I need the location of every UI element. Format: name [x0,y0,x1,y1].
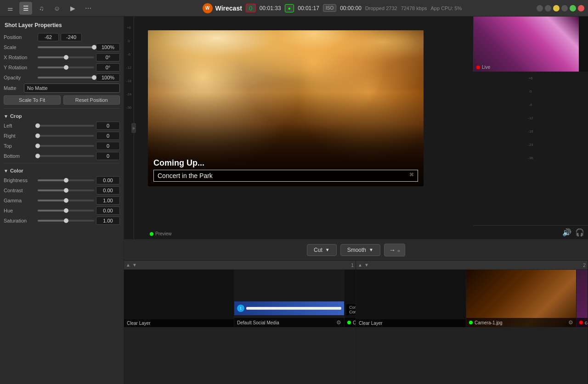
collapse-panel-btn[interactable]: » [131,123,136,133]
layer2-shots-row: Clear Layer Camera-1.jpg ⚙ [356,270,588,384]
crop-arrow-icon: ▼ [4,114,8,119]
scale-to-fit-button[interactable]: Scale To Fit [4,95,61,105]
sliders-icon[interactable]: ☰ [19,2,32,15]
color-title: Color [10,168,23,173]
matte-label: Matte [4,85,22,91]
crop-left-slider[interactable] [38,125,94,127]
speaker-icon[interactable]: 🔊 [562,228,571,237]
vu-mark-6b: -6 [127,52,130,56]
separator-2 [4,163,120,163]
dot-inactive-1[interactable] [537,5,543,11]
position-y-input[interactable] [61,33,82,41]
headphone-icon[interactable]: 🎧 [575,228,584,237]
layer1-clear-shot[interactable]: Clear Layer [124,270,234,327]
transport-bar: Cut ▼ Smooth ▼ → ○ [124,239,588,260]
layer1-social-settings-icon[interactable]: ⚙ [336,319,341,326]
media-icon[interactable]: ▶ [66,2,79,15]
crop-right-slider[interactable] [38,135,94,137]
cut-btn[interactable]: Cut ▼ [307,244,337,256]
crop-bottom-label: Bottom [4,153,36,159]
layer1-up-arrow-icon[interactable]: ▲ [126,262,130,267]
layer2-camera2-shot[interactable]: camera-2 copy.jpg ⚙ [577,270,588,327]
preview-canvas: Coming Up... Concert in the Park ⌘ Previ… [134,17,473,239]
contrast-slider[interactable] [38,189,94,191]
opacity-value: 100% [96,73,120,82]
layer1-social-label: Default Social Media ⚙ [234,318,344,327]
live-label: Live [476,65,490,70]
contrast-line2: Concert in the Park [349,310,356,314]
dot-inactive-3[interactable] [561,5,568,11]
concert-coming-up: Coming Up... [153,158,418,168]
preview-dot [150,232,153,236]
go-live-arrow-icon: → [389,246,396,254]
y-rotation-slider[interactable] [38,67,94,68]
brightness-slider[interactable] [38,179,94,181]
dot-inactive-2[interactable] [545,5,551,11]
hue-slider[interactable] [38,210,94,211]
center-area: +6 0 -6 -12 -18 -24 -36 Coming Up... [124,17,588,384]
layer2-down-arrow-icon[interactable]: ▼ [364,262,369,267]
hue-row: Hue 0.00 [0,206,124,216]
maximize-btn[interactable] [570,5,576,11]
layer1-social-shot[interactable]: t Default Social Media ⚙ [234,270,345,327]
more-icon[interactable]: ⋯ [82,2,95,15]
crop-right-row: Right 0 [0,131,124,141]
smooth-btn[interactable]: Smooth ▼ [340,244,380,256]
hue-label: Hue [4,208,36,213]
cut-label: Cut [314,247,322,253]
contrast-value: 0.00 [96,186,120,195]
network-status: 〈〉 [246,4,256,12]
topbar-right [537,5,584,11]
layer1-clear-text: Clear Layer [127,321,151,326]
crop-bottom-slider[interactable] [38,155,94,157]
preview-area: +6 0 -6 -12 -18 -24 -36 Coming Up... [124,17,588,239]
record-btn[interactable]: ● [285,4,294,12]
layer2-camera1-label: Camera-1.jpg ⚙ [466,318,576,327]
vu-mark-36: -36 [126,106,132,110]
vu-right-6b: -6 [529,103,532,107]
matte-select[interactable]: No Matte Alpha Luma [24,83,120,93]
timer3: 00:00:00 [340,5,362,11]
scale-slider[interactable] [38,46,94,48]
layer2-clear-shot[interactable]: Clear Layer [356,270,466,327]
go-live-btn[interactable]: → ○ [384,244,405,256]
live-dot [476,66,480,69]
crop-bottom-value: 0 [96,152,120,160]
layer1-contrast-shot[interactable]: Coming Up... Concert in the Park Contras… [345,270,356,327]
close-btn[interactable] [578,5,584,11]
opacity-slider[interactable] [38,77,94,78]
preview-label: Preview [150,231,172,236]
crop-section-header[interactable]: ▼ Crop [0,111,124,121]
vu-right-6: +6 [528,76,532,80]
layers-icon[interactable]: ⚌ [4,2,17,15]
video-preview: Coming Up... Concert in the Park ⌘ [148,30,424,186]
crop-top-slider[interactable] [38,145,94,147]
social-banner: t [234,301,344,315]
live-text: Live [482,65,490,70]
reset-position-button[interactable]: Reset Position [63,95,120,105]
x-rotation-slider[interactable] [38,56,94,58]
shot-layer-1: ▲ ▼ 1 Clear Layer t [124,261,356,384]
layer2-up-arrow-icon[interactable]: ▲ [358,262,362,267]
crop-right-value: 0 [96,132,120,140]
cpu-stat: App CPU: 5% [431,6,462,11]
network-icon[interactable]: 〈〉 [246,4,256,12]
contrast-label: Contrast [4,188,36,193]
subtitle-shortcut: ⌘ [409,172,414,177]
audio-icon[interactable]: ♫ [35,2,48,15]
minimize-btn[interactable] [553,5,560,11]
color-arrow-icon: ▼ [4,168,8,173]
layer2-camera1-settings-icon[interactable]: ⚙ [568,319,573,326]
saturation-slider[interactable] [38,220,94,222]
layer1-shots-row: Clear Layer t Default Social Media ⚙ [124,270,356,384]
color-section-header[interactable]: ▼ Color [0,165,124,175]
position-x-input[interactable] [38,33,59,41]
scale-label: Scale [4,45,36,50]
user-icon[interactable]: ☺ [51,2,63,15]
layer1-down-arrow-icon[interactable]: ▼ [132,262,137,267]
logo-icon: W [203,3,213,13]
vu-mark-6: +6 [127,26,131,30]
y-rotation-label: Y Rotation [4,65,36,70]
layer2-camera1-shot[interactable]: Camera-1.jpg ⚙ [466,270,577,327]
gamma-slider[interactable] [38,200,94,201]
